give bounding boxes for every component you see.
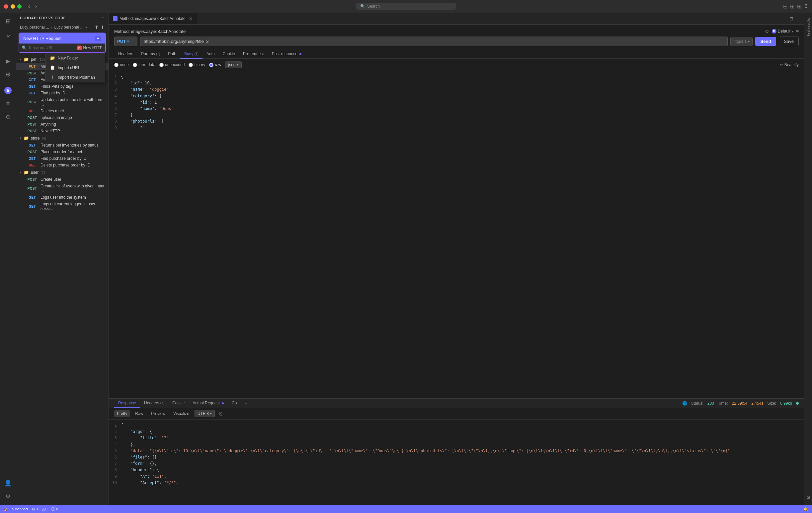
response-panel: Response Headers (7) Cookie Actual Reque… — [109, 399, 804, 505]
radio-urlencoded[interactable]: urlencoded — [160, 62, 184, 67]
save-button[interactable]: Save — [779, 36, 799, 46]
method-select[interactable]: PUT ▾ — [114, 36, 138, 46]
minimize-button[interactable] — [11, 4, 15, 9]
upload-icon[interactable]: ⬆ — [95, 25, 98, 30]
new-http-button[interactable]: H New HTTP — [75, 44, 105, 52]
radio-form-data-input[interactable] — [133, 63, 137, 67]
tree-item-post-anything[interactable]: POST Anything — [16, 121, 109, 128]
radio-none-input[interactable] — [114, 63, 118, 67]
bell-icon[interactable]: 🔔 — [803, 507, 808, 511]
test-results-label[interactable]: Test results — [805, 15, 812, 39]
tab-close-icon[interactable]: ✕ — [189, 16, 193, 21]
tab-nav-body[interactable]: Body (1) — [180, 50, 203, 59]
active-tab[interactable]: Method: images.asyncBatchAnnotate ✕ — [109, 12, 197, 24]
search-placeholder[interactable]: Keyword/URL — [29, 46, 53, 50]
url-input[interactable] — [140, 36, 728, 46]
response-tab-co[interactable]: Co — [228, 399, 241, 408]
dropdown-item-import-curl[interactable]: 📋 Import cURL — [46, 63, 105, 73]
encoding-select[interactable]: UTF-8 ▾ — [195, 410, 215, 417]
tree-item-post-create-user[interactable]: POST Create user — [16, 176, 109, 183]
tree-item-post-updates-form[interactable]: POST Updates a pet in the store with for… — [16, 96, 109, 108]
radio-none[interactable]: none — [114, 62, 129, 67]
workspace-chevron-icon[interactable]: ▾ — [85, 26, 87, 29]
sidebar-item-collections[interactable]: ≡ — [2, 98, 14, 110]
format-preview-button[interactable]: Preview — [148, 410, 168, 417]
format-visualize-button[interactable]: Visualize — [171, 410, 192, 417]
sidebar-toggle-icon[interactable]: ⊟ — [783, 3, 787, 10]
tree-item-del-order[interactable]: DEL Delete purchase order by ID — [16, 162, 109, 168]
protocol-select[interactable]: http/1.1 ▾ — [730, 37, 752, 46]
response-tab-actual-request[interactable]: Actual Request — [188, 399, 228, 408]
tree-item-get-order-by-id[interactable]: GET Find purchase order by ID — [16, 155, 109, 162]
download-icon[interactable]: ⬇ — [100, 25, 105, 30]
menu-icon[interactable]: ≡ — [796, 29, 799, 34]
sidebar-item-history[interactable]: ⊙ — [2, 111, 14, 123]
response-more-icon[interactable]: ··· — [241, 401, 250, 406]
sidebar-item-source-control[interactable]: ⑂ — [2, 42, 14, 54]
format-pretty-button[interactable]: Pretty — [114, 410, 130, 417]
layout-icon[interactable]: ⊞ — [797, 3, 801, 10]
tab-more-icon[interactable]: ··· — [796, 16, 800, 21]
radio-form-data[interactable]: form-data — [133, 62, 155, 67]
sidebar-item-run[interactable]: ▶ — [2, 55, 14, 67]
tab-nav-headers[interactable]: Headers — [114, 50, 137, 59]
close-button[interactable] — [4, 4, 8, 9]
tree-item-get-finds-tags[interactable]: GET Finds Pets by tags — [16, 83, 109, 90]
tab-nav-params[interactable]: Params (1) — [137, 50, 164, 59]
default-chevron-icon[interactable]: ▾ — [792, 30, 793, 33]
tab-nav-post-response[interactable]: Post-response — [268, 50, 306, 59]
global-search-bar[interactable]: 🔍 Search — [356, 3, 456, 10]
new-request-arrow-icon[interactable]: ▾ — [95, 36, 101, 41]
settings-icon[interactable]: ⚙ — [765, 29, 769, 34]
sidebar-item-files[interactable]: ⊞ — [2, 15, 14, 27]
sidebar-item-account[interactable]: 👤 — [2, 477, 14, 489]
tab-nav-path[interactable]: Path — [164, 50, 180, 59]
beautify-button[interactable]: ✏ Beautify — [780, 62, 799, 67]
radio-raw-input[interactable] — [209, 63, 213, 67]
radio-urlencoded-input[interactable] — [160, 63, 164, 67]
json-type-select[interactable]: json ▾ — [225, 61, 241, 68]
tree-item-post-new-http[interactable]: POST New HTTP — [16, 128, 109, 134]
tree-item-post-order[interactable]: POST Place an order for a pet — [16, 148, 109, 155]
copy-icon[interactable]: ⎘ — [218, 410, 224, 417]
expand-icon[interactable]: ⊠ — [806, 496, 811, 499]
tree-item-get-logs-in[interactable]: GET Logs user into the system — [16, 194, 109, 201]
new-request-button[interactable]: New HTTP Request ▾ — [19, 33, 105, 44]
tree-group-store[interactable]: ▾ 📁 store (4) — [16, 134, 109, 142]
body-code-editor[interactable]: 1 { 2 "id": 10, 3 "name": "doggie", — [109, 71, 804, 398]
tree-item-get-find-by-id[interactable]: GET Find pet by ID — [16, 90, 109, 96]
response-tab-response[interactable]: Response — [114, 399, 140, 408]
forward-button[interactable]: › — [34, 3, 38, 10]
tree-item-get-inventories[interactable]: GET Returns pet inventories by status — [16, 142, 109, 148]
panel-toggle-icon[interactable]: ⊞ — [790, 3, 794, 10]
response-tab-cookie[interactable]: Cookie — [168, 399, 188, 408]
tree-item-post-uploads[interactable]: POST uploads an image — [16, 114, 109, 121]
tree-group-user[interactable]: ▾ 📁 user (7) — [16, 168, 109, 176]
maximize-button[interactable] — [17, 4, 22, 9]
back-button[interactable]: ‹ — [27, 3, 31, 10]
launchpad-label[interactable]: 🚀 Launchpad — [4, 507, 28, 511]
send-button[interactable]: Send — [755, 37, 777, 46]
sidebar-more-icon[interactable]: ··· — [100, 15, 105, 21]
sidebar-item-settings[interactable]: ⚙ — [2, 490, 14, 502]
tab-nav-cookie[interactable]: Cookie — [219, 50, 239, 59]
format-raw-button[interactable]: Raw — [133, 410, 146, 417]
workspace-name[interactable]: Lucy personal ... — [20, 25, 49, 30]
sidebar-item-search[interactable]: ⌕ — [2, 29, 14, 40]
radio-binary[interactable]: binary — [188, 62, 205, 67]
tree-item-post-creates-list[interactable]: POST Creates list of users with given in… — [16, 183, 109, 194]
tab-nav-auth[interactable]: Auth — [203, 50, 219, 59]
tree-item-del-deletes[interactable]: DEL Deletes a pet — [16, 108, 109, 114]
sidebar-item-extensions[interactable]: ⊕ — [2, 69, 14, 80]
response-tab-headers[interactable]: Headers (7) — [140, 399, 168, 408]
sidebar-item-echoapi[interactable]: E — [2, 84, 14, 96]
more-icon[interactable]: ⠿ — [804, 3, 808, 10]
tree-item-get-logs-out[interactable]: GET Logs out current logged in user sess… — [16, 201, 109, 212]
workspace-name-2[interactable]: Lucy personal ... — [54, 25, 83, 30]
radio-raw[interactable]: raw — [209, 62, 221, 67]
dropdown-item-new-folder[interactable]: 📁 New Folder — [46, 53, 105, 63]
split-editor-icon[interactable]: ⊟ — [789, 16, 793, 21]
radio-binary-input[interactable] — [188, 63, 193, 67]
tab-nav-pre-request[interactable]: Pre-request — [239, 50, 268, 59]
dropdown-item-import-postman[interactable]: ⬇ Import from Postman — [46, 73, 105, 82]
